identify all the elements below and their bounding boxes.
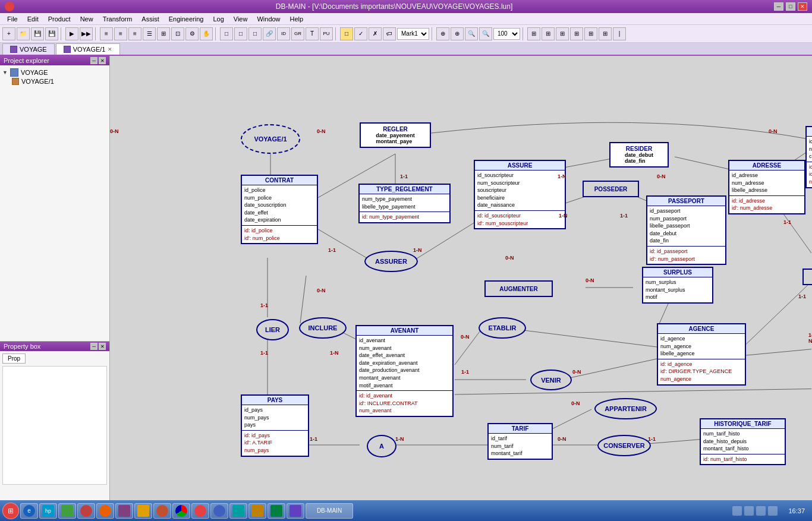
menu-help[interactable]: Help <box>285 14 309 24</box>
new-button[interactable]: + <box>2 27 15 40</box>
er-button[interactable]: ⊡ <box>171 27 184 40</box>
taskbar-files[interactable] <box>134 503 152 519</box>
tool-button[interactable]: ⚙ <box>185 27 199 40</box>
sys-icon-1[interactable] <box>732 506 742 516</box>
menu-window[interactable]: Window <box>252 14 285 24</box>
conserver-relation[interactable]: CONSERVER <box>597 435 651 456</box>
menu-transform[interactable]: Transform <box>98 14 137 24</box>
adresse-entity[interactable]: ADRESSE id_adressenum_adresselibelle_adr… <box>728 160 805 214</box>
link-button[interactable]: 🔗 <box>263 27 276 40</box>
augmenter-relation[interactable]: AUGMENTER <box>484 280 553 297</box>
menu-file[interactable]: File <box>2 14 23 24</box>
pu-button[interactable]: PU <box>320 27 333 40</box>
taskbar-app6[interactable] <box>115 503 133 519</box>
regler-entity[interactable]: REGLER date_payementmontant_paye <box>360 122 431 148</box>
tab-voyage1[interactable]: VOYAGE/1 ✕ <box>56 43 121 55</box>
run-button[interactable]: ▶ <box>65 27 78 40</box>
layout-btn2[interactable]: ⊞ <box>542 27 555 40</box>
taskbar-chrome[interactable] <box>172 503 190 519</box>
layout-btn3[interactable]: ⊞ <box>556 27 569 40</box>
taskbar-firefox[interactable] <box>96 503 114 519</box>
start-button[interactable]: ⊞ <box>2 503 19 519</box>
a-relation[interactable]: A <box>367 435 396 457</box>
run2-button[interactable]: ▶▶ <box>80 27 93 40</box>
taskbar-app8[interactable] <box>153 503 171 519</box>
mark-dropdown[interactable]: Mark1 <box>397 28 429 40</box>
menu-assist[interactable]: Assist <box>137 14 163 24</box>
tree-voyage1[interactable]: VOYAGE/1 <box>12 77 107 86</box>
menu-edit[interactable]: Edit <box>23 14 43 24</box>
taskbar-app12[interactable] <box>229 503 247 519</box>
list-button[interactable]: ☰ <box>143 27 156 40</box>
layout-btn5[interactable]: ⊞ <box>584 27 597 40</box>
identifier-relation[interactable]: IDENTIFIER <box>802 269 812 285</box>
prop-textarea[interactable] <box>2 366 107 485</box>
nav-button2[interactable]: ⊕ <box>451 27 464 40</box>
prop-tab[interactable]: Prop <box>2 353 26 364</box>
taskbar-app4[interactable] <box>77 503 95 519</box>
tarif-entity[interactable]: TARIF id_tarifnum_tarifmontant_tarif <box>487 423 553 460</box>
appartenir-relation[interactable]: APPARTENIR <box>594 398 657 419</box>
taskbar-app15[interactable] <box>287 503 304 519</box>
taskbar-app3[interactable] <box>58 503 76 519</box>
save-button[interactable]: 💾 <box>31 27 44 40</box>
layout-btn7[interactable]: | <box>613 27 626 40</box>
taskbar-app13[interactable] <box>248 503 266 519</box>
agence-entity[interactable]: AGENCE id_agencenum_agencelibelle_agence… <box>657 323 746 386</box>
avenant-entity[interactable]: AVENANT id_avenantnum_avenantdate_effet_… <box>355 325 454 417</box>
taskbar-dbmain[interactable]: DB-MAIN <box>306 503 353 519</box>
zoom-dropdown[interactable]: 100 <box>493 28 520 40</box>
nav-button1[interactable]: ⊕ <box>436 27 449 40</box>
align-center-button[interactable]: ≡ <box>114 27 127 40</box>
sys-icon-2[interactable] <box>744 506 754 516</box>
assure-entity[interactable]: ASSURE id_souscripteurnum_souscripteurso… <box>474 160 566 229</box>
passeport-entity[interactable]: PASSEPORT id_passeportnum_passeportlibel… <box>646 195 726 265</box>
zoom-out-button[interactable]: 🔍 <box>465 27 478 40</box>
taskbar-ie[interactable]: e <box>20 503 38 519</box>
table-button[interactable]: ⊞ <box>157 27 170 40</box>
rect-button[interactable]: □ <box>220 27 233 40</box>
sys-icon-4[interactable] <box>768 506 778 516</box>
close-prop-button[interactable]: ✕ <box>99 343 106 350</box>
gr-button[interactable]: GR <box>291 27 304 40</box>
rect3-button[interactable]: □ <box>248 27 262 40</box>
menu-log[interactable]: Log <box>208 14 228 24</box>
id-button[interactable]: ID <box>277 27 290 40</box>
venir-relation[interactable]: VENIR <box>530 370 572 390</box>
taskbar-hp[interactable]: hp <box>39 503 57 519</box>
layout-btn6[interactable]: ⊞ <box>599 27 612 40</box>
etablir-relation[interactable]: ETABLIR <box>479 317 526 339</box>
tree-root[interactable]: ▼ VOYAGE <box>2 68 107 77</box>
open-button[interactable]: 📁 <box>17 27 30 40</box>
contrat-entity[interactable]: CONTRAT id_policenum_policedate_souscrip… <box>241 175 318 244</box>
close-button[interactable]: ✕ <box>798 2 807 11</box>
assurer-relation[interactable]: ASSURER <box>364 251 418 272</box>
menu-new[interactable]: New <box>75 14 98 24</box>
minimize-button[interactable]: ─ <box>774 2 783 11</box>
lier-relation[interactable]: LIER <box>256 319 289 340</box>
yellow-button[interactable]: □ <box>340 27 353 40</box>
taskbar-app14[interactable] <box>267 503 285 519</box>
tag-button[interactable]: 🏷 <box>383 27 396 40</box>
pays-entity[interactable]: PAYS id_paysnum_payspays id: id_paysid':… <box>241 394 309 457</box>
close-panel-button[interactable]: ✕ <box>99 57 106 64</box>
type-reglement-entity[interactable]: TYPE_REGLEMENT num_type_payementlibelle_… <box>358 184 451 223</box>
minimize-prop-button[interactable]: ─ <box>90 343 97 350</box>
layout-btn1[interactable]: ⊞ <box>527 27 540 40</box>
historique-tarif-entity[interactable]: HISTORIQUE_TARIF num_tarif_histodate_his… <box>700 418 786 465</box>
align-left-button[interactable]: ≡ <box>100 27 113 40</box>
sys-icon-3[interactable] <box>756 506 766 516</box>
surplus-entity[interactable]: SURPLUS num_surplusmontant_surplusmotif <box>642 267 713 304</box>
minimize-panel-button[interactable]: ─ <box>90 57 97 64</box>
inclure-relation[interactable]: INCLURE <box>299 317 347 339</box>
caisse-entity[interactable]: CAISSE id_caissenum_caissecaissiere id: … <box>805 126 812 188</box>
x-button[interactable]: ✗ <box>369 27 382 40</box>
align-right-button[interactable]: ≡ <box>128 27 141 40</box>
taskbar-app11[interactable] <box>210 503 228 519</box>
check-button[interactable]: ✓ <box>354 27 367 40</box>
save-all-button[interactable]: 💾 <box>45 27 58 40</box>
resider-entity[interactable]: RESIDER date_debutdate_fin <box>609 142 669 168</box>
menu-engineering[interactable]: Engineering <box>164 14 209 24</box>
posseder-relation[interactable]: POSSEDER <box>583 181 639 197</box>
t-button[interactable]: T <box>306 27 319 40</box>
